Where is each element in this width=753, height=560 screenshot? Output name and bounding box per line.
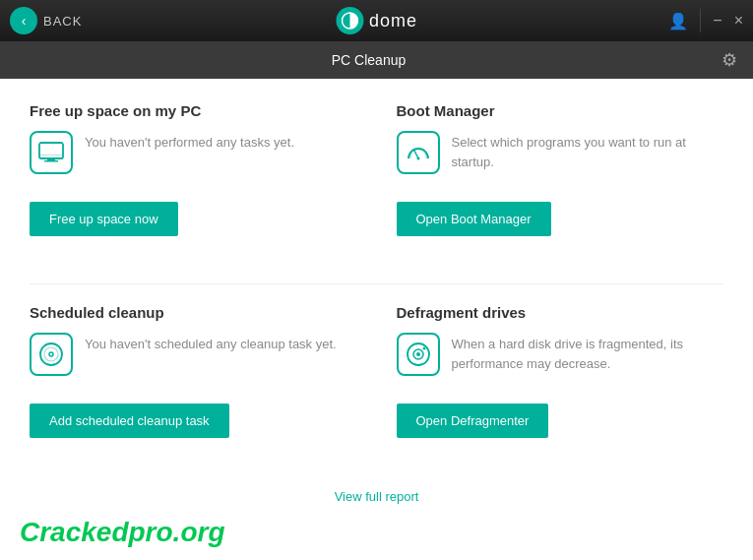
back-button[interactable]: ‹ BACK bbox=[10, 7, 82, 34]
defragment-button[interactable]: Open Defragmenter bbox=[397, 404, 549, 438]
logo-icon bbox=[336, 7, 363, 34]
section-free-space: Free up space on my PC You haven't perfo… bbox=[30, 102, 357, 260]
title-bar: ‹ BACK dome 👤 − × bbox=[0, 0, 753, 41]
section-body-boot-manager: Select which programs you want to run at… bbox=[397, 131, 724, 186]
svg-point-5 bbox=[416, 157, 419, 160]
svg-rect-4 bbox=[40, 155, 62, 156]
monitor-icon bbox=[30, 131, 73, 174]
section-scheduled-cleanup: Scheduled cleanup You haven't scheduled … bbox=[30, 304, 357, 462]
svg-point-11 bbox=[416, 352, 420, 356]
minimize-button[interactable]: − bbox=[713, 12, 722, 30]
svg-rect-1 bbox=[39, 143, 63, 158]
section-desc-boot-manager: Select which programs you want to run at… bbox=[452, 131, 724, 171]
scheduled-cleanup-button[interactable]: Add scheduled cleanup task bbox=[30, 404, 229, 438]
section-desc-defragment: When a hard disk drive is fragmented, it… bbox=[452, 333, 724, 373]
harddisk-icon bbox=[397, 333, 440, 376]
speedometer-icon bbox=[397, 131, 440, 174]
boot-manager-button[interactable]: Open Boot Manager bbox=[397, 202, 551, 236]
svg-point-8 bbox=[49, 352, 53, 356]
section-title-boot-manager: Boot Manager bbox=[397, 102, 724, 119]
sections-grid: Free up space on my PC You haven't perfo… bbox=[30, 102, 723, 481]
section-desc-free-space: You haven't performed any tasks yet. bbox=[85, 131, 294, 153]
row-divider bbox=[30, 283, 723, 284]
main-content: Free up space on my PC You haven't perfo… bbox=[0, 79, 753, 560]
section-title-defragment: Defragment drives bbox=[397, 304, 724, 321]
section-defragment: Defragment drives When a hard disk drive… bbox=[397, 304, 724, 462]
section-body-free-space: You haven't performed any tasks yet. bbox=[30, 131, 357, 186]
svg-point-12 bbox=[422, 347, 425, 350]
logo-text: dome bbox=[369, 11, 417, 31]
back-label: BACK bbox=[43, 14, 82, 29]
free-space-button[interactable]: Free up space now bbox=[30, 202, 178, 236]
footer: View full report bbox=[30, 489, 723, 504]
svg-point-6 bbox=[40, 343, 62, 365]
section-body-scheduled-cleanup: You haven't scheduled any cleanup task y… bbox=[30, 333, 357, 388]
window-controls: 👤 − × bbox=[668, 9, 743, 32]
control-separator bbox=[700, 9, 701, 32]
section-body-defragment: When a hard disk drive is fragmented, it… bbox=[397, 333, 724, 388]
section-desc-scheduled-cleanup: You haven't scheduled any cleanup task y… bbox=[85, 333, 337, 354]
svg-rect-3 bbox=[44, 160, 58, 162]
settings-icon[interactable]: ⚙ bbox=[722, 49, 737, 71]
svg-point-7 bbox=[44, 347, 58, 361]
section-boot-manager: Boot Manager Select which programs you w… bbox=[397, 102, 724, 260]
user-icon[interactable]: 👤 bbox=[668, 12, 688, 31]
svg-rect-2 bbox=[47, 158, 55, 160]
section-title-scheduled-cleanup: Scheduled cleanup bbox=[30, 304, 357, 321]
section-title-free-space: Free up space on my PC bbox=[30, 102, 357, 119]
clock-icon bbox=[30, 333, 73, 376]
back-circle-icon: ‹ bbox=[10, 7, 37, 34]
logo-area: dome bbox=[336, 7, 417, 34]
page-title: PC Cleanup bbox=[16, 52, 722, 68]
close-button[interactable]: × bbox=[734, 12, 743, 30]
view-full-report-link[interactable]: View full report bbox=[335, 489, 419, 504]
sub-header: PC Cleanup ⚙ bbox=[0, 41, 753, 79]
